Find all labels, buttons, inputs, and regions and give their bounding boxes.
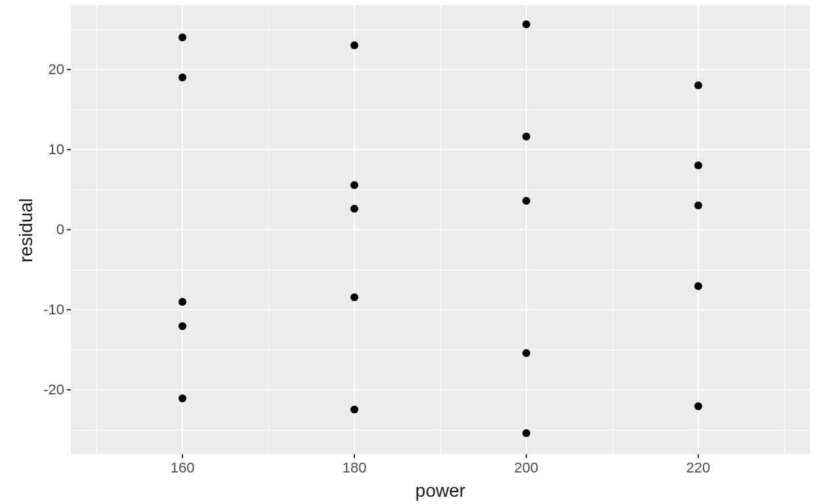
grid-line-h — [71, 69, 810, 70]
x-tick-label: 220 — [685, 459, 711, 476]
grid-line-h — [71, 229, 810, 230]
y-tick-mark — [67, 389, 71, 390]
data-point — [694, 282, 702, 290]
x-tick-mark — [698, 454, 699, 458]
x-tick-mark — [526, 454, 527, 458]
x-tick-mark — [182, 454, 183, 458]
y-tick-label: 10 — [49, 141, 64, 158]
grid-line-h — [71, 389, 810, 390]
data-point — [178, 322, 186, 330]
data-point — [350, 406, 358, 413]
data-point — [694, 81, 702, 89]
grid-line-h — [71, 309, 810, 310]
data-point — [694, 402, 702, 410]
y-tick-mark — [67, 229, 71, 230]
y-tick-mark — [67, 69, 71, 70]
x-tick-mark — [354, 454, 355, 458]
y-tick-label: -10 — [43, 301, 64, 318]
y-tick-mark — [67, 149, 71, 150]
data-point — [178, 394, 186, 402]
grid-line-h — [71, 149, 810, 150]
grid-line-h-minor — [71, 190, 810, 190]
scatter-chart: 160180200220-20-1001020 power residual — [0, 0, 819, 504]
data-point — [350, 293, 358, 301]
x-tick-label: 200 — [513, 459, 539, 476]
y-tick-mark — [67, 309, 71, 310]
data-point — [178, 33, 186, 41]
grid-line-h-minor — [71, 350, 810, 350]
data-point — [522, 197, 530, 205]
y-axis-title: residual — [16, 198, 37, 262]
x-axis-title: power — [71, 480, 810, 501]
grid-line-h-minor — [71, 430, 810, 430]
y-tick-label: 20 — [49, 61, 64, 78]
x-tick-label: 160 — [169, 459, 196, 476]
grid-line-h-minor — [71, 30, 810, 30]
data-point — [694, 161, 702, 169]
grid-line-h-minor — [71, 110, 810, 110]
y-tick-label: 0 — [56, 221, 64, 238]
grid-line-h-minor — [71, 270, 810, 270]
data-point — [522, 349, 530, 357]
y-tick-label: -20 — [43, 381, 64, 398]
data-point — [350, 181, 358, 189]
x-tick-label: 180 — [341, 459, 368, 476]
